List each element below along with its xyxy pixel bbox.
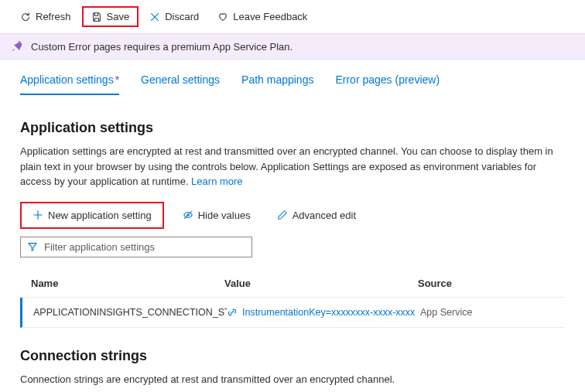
rocket-icon [11, 40, 23, 53]
tab-path-mappings[interactable]: Path mappings [241, 73, 313, 95]
save-label: Save [107, 11, 130, 22]
table-header: Name Value Source [20, 273, 565, 298]
tab-label: Application settings [20, 73, 114, 86]
setting-value-text: InstrumentationKey=xxxxxxxx-xxxx-xxxx [242, 307, 415, 318]
connstrings-desc: Connection strings are encrypted at rest… [20, 372, 565, 387]
feedback-button[interactable]: Leave Feedback [210, 8, 315, 26]
setting-source: App Service [420, 307, 554, 318]
actions-row: New application setting Hide values Adva… [20, 202, 565, 229]
discard-button[interactable]: Discard [142, 8, 207, 26]
filter-input[interactable] [44, 241, 245, 253]
banner-text: Custom Error pages requires a premium Ap… [31, 41, 292, 53]
eye-off-icon [183, 210, 193, 220]
setting-name: APPLICATIONINSIGHTS_CONNECTION_STRING [33, 307, 227, 318]
tab-error-pages[interactable]: Error pages (preview) [335, 73, 440, 95]
appsettings-desc: Application settings are encrypted at re… [20, 144, 565, 189]
advanced-edit-label: Advanced edit [292, 210, 356, 221]
setting-value[interactable]: InstrumentationKey=xxxxxxxx-xxxx-xxxx [227, 307, 420, 318]
tab-general-settings[interactable]: General settings [141, 73, 220, 95]
plus-icon [32, 210, 43, 220]
col-head-source: Source [418, 278, 554, 289]
new-setting-label: New application setting [48, 210, 152, 221]
content-area: Application settings Application setting… [0, 95, 585, 392]
refresh-icon [20, 12, 31, 22]
link-icon [227, 307, 238, 318]
close-icon [149, 12, 160, 22]
hide-values-button[interactable]: Hide values [175, 205, 258, 226]
connstrings-title: Connection strings [20, 348, 565, 364]
heart-icon [217, 12, 228, 22]
tab-application-settings[interactable]: Application settings* [20, 73, 119, 95]
pencil-icon [277, 210, 288, 220]
desc-text: Application settings are encrypted at re… [20, 145, 553, 187]
filter-icon [27, 241, 38, 252]
col-head-name: Name [31, 278, 224, 289]
save-icon [91, 12, 102, 22]
hide-values-label: Hide values [198, 210, 251, 221]
feedback-label: Leave Feedback [233, 11, 307, 22]
dirty-indicator: * [115, 73, 119, 86]
refresh-label: Refresh [36, 11, 71, 22]
learn-more-link[interactable]: Learn more [191, 176, 242, 187]
new-application-setting-button[interactable]: New application setting [20, 202, 164, 229]
appsettings-title: Application settings [20, 120, 565, 136]
refresh-button[interactable]: Refresh [12, 8, 79, 26]
tab-bar: Application settings* General settings P… [0, 60, 585, 95]
discard-label: Discard [165, 11, 199, 22]
table-row[interactable]: APPLICATIONINSIGHTS_CONNECTION_STRING In… [20, 298, 565, 328]
save-button[interactable]: Save [82, 6, 139, 27]
info-banner: Custom Error pages requires a premium Ap… [0, 33, 585, 60]
filter-box[interactable] [20, 237, 252, 257]
command-bar: Refresh Save Discard Leave Feedback [0, 0, 585, 33]
advanced-edit-button[interactable]: Advanced edit [269, 205, 364, 226]
col-head-value: Value [224, 278, 418, 289]
